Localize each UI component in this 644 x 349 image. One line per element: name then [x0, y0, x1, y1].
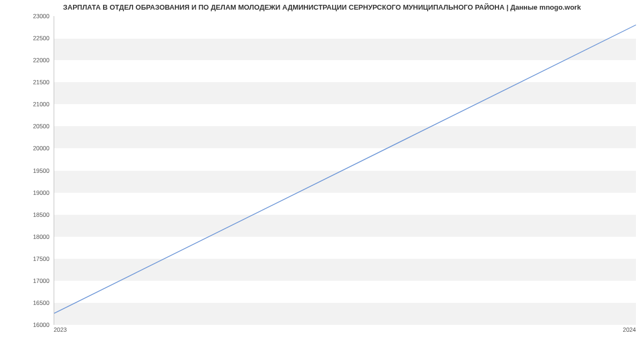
y-tick-label: 17500: [33, 256, 49, 262]
y-tick-label: 20000: [33, 145, 49, 151]
x-tick-label: 2023: [54, 326, 67, 333]
plot-area: [54, 16, 636, 325]
y-tick-label: 22000: [33, 57, 49, 63]
x-tick-label: 2024: [623, 326, 636, 333]
data-line: [54, 16, 636, 324]
y-tick-label: 21000: [33, 101, 49, 107]
y-tick-label: 18500: [33, 212, 49, 218]
y-tick-label: 20500: [33, 123, 49, 129]
line-chart: ЗАРПЛАТА В ОТДЕЛ ОБРАЗОВАНИЯ И ПО ДЕЛАМ …: [0, 0, 644, 349]
grid-line: [54, 325, 636, 325]
y-tick-label: 18000: [33, 234, 49, 240]
chart-title: ЗАРПЛАТА В ОТДЕЛ ОБРАЗОВАНИЯ И ПО ДЕЛАМ …: [0, 3, 644, 11]
y-tick-label: 19500: [33, 168, 49, 174]
y-tick-label: 21500: [33, 79, 49, 85]
y-tick-label: 19000: [33, 190, 49, 196]
y-tick-label: 17000: [33, 278, 49, 284]
y-tick-label: 23000: [33, 13, 49, 19]
y-tick-label: 16000: [33, 322, 49, 328]
y-tick-label: 22500: [33, 35, 49, 41]
y-tick-label: 16500: [33, 300, 49, 306]
